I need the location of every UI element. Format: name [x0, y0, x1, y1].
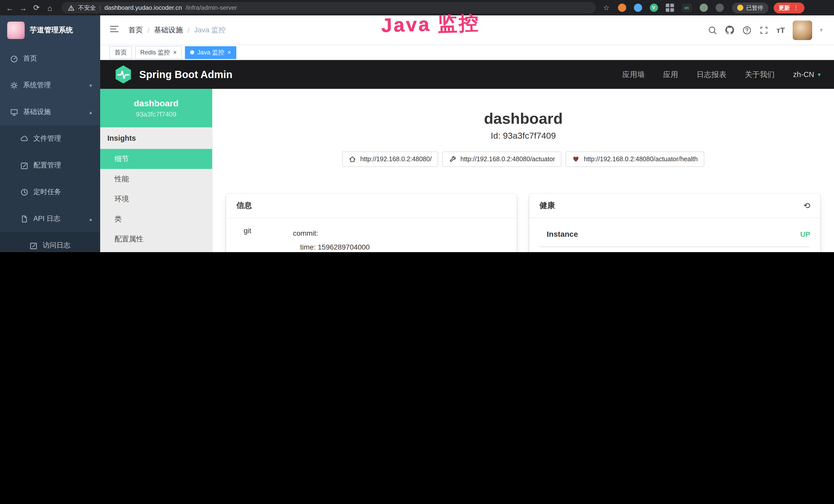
instance-title: dashboard: [213, 109, 834, 128]
active-dot: [190, 50, 194, 54]
info-card: 信息 git commit: time: 1596289704000 id: 2…: [226, 193, 517, 252]
document-icon: [21, 215, 28, 223]
chevron-up-icon: ▴: [89, 216, 92, 222]
bookmark-star-icon[interactable]: ☆: [603, 4, 610, 12]
font-size-icon[interactable]: тT: [776, 26, 785, 35]
sba-nav-journal[interactable]: 日志报表: [697, 70, 726, 79]
sidebar-item-scheduled-jobs[interactable]: 定时任务: [0, 179, 100, 205]
info-row-label: git: [237, 226, 293, 252]
extension-puzzle-icon[interactable]: [715, 4, 724, 12]
instance-subtitle: Id: 93a3fc7f7409: [213, 131, 834, 141]
info-row-value: commit: time: 1596289704000 id: 27aa832 …: [293, 226, 370, 252]
health-url-link[interactable]: http://192.168.0.2:48080/actuator/health: [566, 152, 704, 167]
sba-nav-links: 应用墙 应用 日志报表 关于我们 zh-CN ▾: [622, 70, 834, 79]
hamburger-icon[interactable]: [109, 24, 119, 36]
edit-icon: [21, 161, 28, 169]
sba-item-classes[interactable]: 类: [100, 209, 212, 229]
sidebar-item-config-management[interactable]: 配置管理: [0, 152, 100, 179]
sba-item-scheduled-tasks[interactable]: 计划任务: [100, 249, 212, 252]
insights-section-label: Insights: [100, 127, 212, 149]
user-menu-caret-icon[interactable]: ▾: [820, 27, 823, 33]
sba-instance-header[interactable]: dashboard 93a3fc7f7409: [100, 89, 212, 127]
extension-icon-1[interactable]: [618, 4, 626, 12]
locale-caret-icon: ▾: [818, 71, 821, 78]
url-domain: dashboard.yudao.iocoder.cn: [105, 4, 182, 11]
sba-navbar: Spring Boot Admin 应用墙 应用 日志报表 关于我们 zh-CN…: [100, 60, 834, 89]
app-title: 芋道管理系统: [30, 26, 73, 35]
github-icon[interactable]: [725, 25, 735, 35]
health-status-badge: UP: [800, 230, 810, 238]
health-card-title: 健康: [540, 201, 555, 210]
browser-forward-button[interactable]: →: [17, 3, 30, 12]
tag-redis-monitor[interactable]: Redis 监控 ×: [135, 46, 182, 59]
browser-toolbar: ← → ⟳ ⌂ 不安全 | dashboard.yudao.iocoder.cn…: [0, 0, 834, 16]
address-separator: |: [100, 5, 101, 11]
sba-item-environment[interactable]: 环境: [100, 189, 212, 209]
chevron-down-icon: ▾: [89, 83, 92, 88]
instance-name: dashboard: [100, 98, 212, 109]
health-card: 健康 ⟲ Instance UP: [529, 193, 821, 252]
browser-update-button[interactable]: 更新 ⋮: [773, 2, 804, 13]
sba-item-metrics[interactable]: 性能: [100, 169, 212, 189]
sba-nav-applications[interactable]: 应用: [663, 70, 678, 79]
chevron-up-icon: ▴: [89, 109, 92, 115]
wrench-icon: [449, 156, 456, 163]
security-label: 不安全: [78, 4, 96, 12]
history-icon[interactable]: ⟲: [804, 201, 810, 210]
breadcrumb-infra[interactable]: 基础设施: [154, 25, 183, 35]
service-url-link[interactable]: http://192.168.0.2:48080/: [343, 152, 438, 167]
extension-grid-icon[interactable]: [665, 4, 674, 12]
breadcrumb-home[interactable]: 首页: [128, 25, 143, 35]
info-git-row: git commit: time: 1596289704000 id: 27aa…: [237, 218, 507, 252]
extension-icons: V on: [618, 4, 724, 12]
paused-badge[interactable]: 已暂停: [732, 2, 768, 13]
home-icon: [349, 156, 356, 163]
sidebar-item-system[interactable]: 系统管理 ▾: [0, 72, 100, 98]
extension-icon-2[interactable]: [634, 4, 642, 12]
search-icon[interactable]: [708, 25, 717, 35]
browser-home-button[interactable]: ⌂: [43, 3, 57, 12]
sidebar-item-api-logs[interactable]: API 日志 ▴: [0, 205, 100, 232]
sba-main-content: dashboard Id: 93a3fc7f7409 http://192.16…: [213, 89, 834, 252]
browser-back-button[interactable]: ←: [3, 3, 17, 12]
sba-sidebar: dashboard 93a3fc7f7409 Insights 细节 性能 环境…: [100, 89, 213, 252]
smiley-icon: [737, 5, 743, 11]
sidebar-item-file-management[interactable]: 文件管理: [0, 125, 100, 152]
tag-java-monitor[interactable]: Java 监控 ×: [185, 46, 236, 59]
help-icon[interactable]: [743, 25, 752, 35]
update-label: 更新: [778, 4, 790, 12]
vue-devtools-icon[interactable]: V: [650, 4, 658, 12]
breadcrumb-current: Java 监控: [194, 25, 226, 35]
browser-menu-kebab-icon[interactable]: ⋮: [793, 4, 799, 11]
sba-brand[interactable]: Spring Boot Admin: [114, 65, 233, 84]
sba-item-config-props[interactable]: 配置属性: [100, 229, 212, 249]
sidebar-item-infrastructure[interactable]: 基础设施 ▴: [0, 98, 100, 125]
fullscreen-icon[interactable]: [760, 25, 769, 35]
close-icon[interactable]: ×: [173, 49, 177, 55]
tag-home[interactable]: 首页: [109, 46, 132, 59]
browser-reload-button[interactable]: ⟳: [30, 3, 43, 12]
cards-grid: 信息 git commit: time: 1596289704000 id: 2…: [213, 193, 834, 252]
security-warning-icon: [68, 4, 74, 11]
sba-item-details[interactable]: 细节: [100, 149, 212, 169]
app-logo[interactable]: 芋道管理系统: [0, 16, 100, 45]
paused-label: 已暂停: [746, 4, 763, 12]
extension-leaf-icon[interactable]: [699, 4, 708, 12]
edit-icon: [30, 242, 38, 249]
sidebar-item-access-logs[interactable]: 访问日志: [0, 232, 100, 252]
close-icon[interactable]: ×: [227, 49, 231, 55]
sba-nav-about[interactable]: 关于我们: [745, 70, 775, 79]
left-column: 信息 git commit: time: 1596289704000 id: 2…: [226, 193, 517, 252]
sba-nav-wallboard[interactable]: 应用墙: [622, 70, 645, 79]
user-avatar[interactable]: [793, 20, 812, 40]
address-bar[interactable]: 不安全 | dashboard.yudao.iocoder.cn/infra/a…: [62, 2, 596, 13]
monitor-icon: [10, 108, 18, 116]
dashboard-icon: [10, 55, 18, 62]
heart-icon: [572, 156, 580, 163]
actuator-url-link[interactable]: http://192.168.0.2:48080/actuator: [443, 152, 562, 167]
sidebar-item-home[interactable]: 首页: [0, 45, 100, 72]
sba-locale-select[interactable]: zh-CN ▾: [793, 70, 821, 78]
info-card-title: 信息: [226, 193, 517, 218]
url-path: /infra/admin-server: [185, 4, 237, 11]
extension-on-icon[interactable]: on: [681, 4, 692, 12]
